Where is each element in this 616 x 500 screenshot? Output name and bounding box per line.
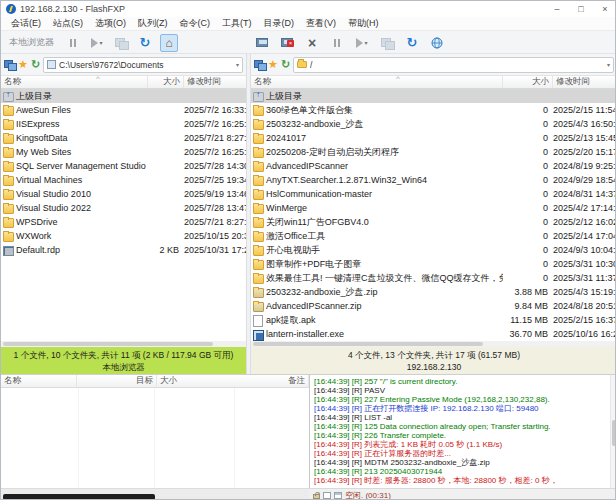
home-icon: ⌂ [165, 37, 172, 49]
queue-column[interactable]: 目标 [77, 375, 157, 387]
queue-body-empty[interactable] [1, 388, 309, 489]
file-row[interactable]: 20250208-定时自动启动关闭程序 0 2025/2/20 15:17: [251, 145, 616, 159]
menu-item[interactable]: 会话(E) [5, 17, 47, 30]
local-path-combobox[interactable]: C:\Users\97672\Documents ▾ [43, 57, 243, 73]
file-row[interactable]: AdvancedIPScanner 0 2024/8/19 9:25:0 [251, 159, 616, 173]
file-row[interactable]: WXWork 2025/10/15 20:30:38 [1, 229, 246, 243]
file-row[interactable]: 360绿色单文件版合集 0 2025/2/15 11:54: [251, 103, 616, 117]
file-date: 2025/7/28 13:47:18 [184, 203, 246, 213]
file-type-icon [251, 89, 264, 103]
log-vscrollbar[interactable] [610, 375, 616, 489]
column-name[interactable]: 名称 [251, 76, 503, 88]
transfer-button[interactable] [112, 34, 130, 52]
file-row[interactable]: Virtual Machines 2025/7/25 19:34:37 [1, 173, 246, 187]
file-row[interactable]: WinMerge 0 2025/4/2 17:14:0 [251, 201, 616, 215]
file-row[interactable]: HslCommunication-master 0 2024/8/31 14:3… [251, 187, 616, 201]
menu-item[interactable]: 查看(V) [300, 17, 342, 30]
refresh-local-button[interactable]: ↻ [136, 34, 154, 52]
file-row[interactable]: AnyTXT.Searcher.1.2.871.Win32_Win64 0 20… [251, 173, 616, 187]
remote-path-combobox[interactable]: / ▾ [293, 57, 614, 73]
local-path-bar: ★ ↻ C:\Users\97672\Documents ▾ [1, 54, 246, 75]
favorites-star-icon[interactable]: ★ [18, 59, 28, 70]
file-row[interactable]: 20241017 0 2025/2/13 15:45: [251, 131, 616, 145]
file-row[interactable]: 2503232-andboxie_沙盘 0 2025/4/3 16:50:0 [251, 117, 616, 131]
column-modified[interactable]: 修改时间 [184, 76, 246, 88]
menu-item[interactable]: 站点(S) [47, 17, 89, 30]
refresh-remote-button[interactable]: ↻ [403, 34, 421, 52]
queue-column[interactable]: 大小 [157, 375, 285, 387]
queue-column[interactable]: 名称 [1, 375, 77, 387]
file-row[interactable]: 开心电视助手 0 2024/9/3 10:04:0 [251, 243, 616, 257]
sites-icon[interactable] [254, 60, 265, 69]
connect-button[interactable] [253, 34, 271, 52]
file-type-icon [251, 201, 264, 215]
file-row[interactable]: 激活Office工具 0 2025/2/14 17:04: [251, 229, 616, 243]
file-row[interactable]: 关闭win11广告OFGBV4.0 0 2025/2/12 16:02: [251, 215, 616, 229]
site-globe-button[interactable] [428, 34, 446, 52]
file-row[interactable]: KingsoftData 2025/7/21 8:27:15 [1, 131, 246, 145]
file-row[interactable]: Visual Studio 2010 2025/9/19 13:46:33 [1, 187, 246, 201]
column-name[interactable]: 名称 [1, 76, 148, 88]
pause-transfer-button[interactable] [328, 34, 346, 52]
start-transfer-button[interactable]: ▾ [353, 34, 371, 52]
file-row[interactable]: My Web Sites 2025/7/2 16:25:58 [1, 145, 246, 159]
local-hscrollbar[interactable] [1, 341, 246, 347]
menu-item[interactable]: 目录(D) [258, 17, 301, 30]
file-row[interactable]: IISExpress 2025/7/2 16:25:58 [1, 117, 246, 131]
log-line: [16:44:39] [R] 列表完成: 1 KB 耗时 0.05 秒 (1.1… [314, 440, 609, 449]
menu-item[interactable]: 队列(Z) [132, 17, 174, 30]
file-date: 2025/7/28 14:30:31 [184, 161, 246, 171]
pause-queue-button[interactable] [64, 34, 82, 52]
file-row[interactable]: 效果最佳工具! 一键清理C盘垃圾文件、微信QQ缓存文件，免费好用，免安装版本 0… [251, 271, 616, 285]
go-up-icon[interactable]: ↻ [281, 59, 290, 70]
file-row[interactable]: 上级目录 [1, 89, 246, 103]
favorites-star-icon[interactable]: ★ [268, 59, 278, 70]
remote-hscrollbar[interactable] [251, 341, 616, 347]
menu-item[interactable]: 帮助(H) [342, 17, 385, 30]
file-name: 效果最佳工具! 一键清理C盘垃圾文件、微信QQ缓存文件，免费好用，免安装版本 [264, 272, 503, 285]
drives-icon[interactable] [4, 60, 15, 69]
scrollbar-thumb[interactable] [253, 342, 483, 346]
minimize-button[interactable]: – [545, 1, 569, 17]
file-row[interactable]: AdvancedIPScanner.zip 9.84 MB 2024/8/18 … [251, 299, 616, 313]
menu-item[interactable]: 工具(T) [216, 17, 258, 30]
menu-item[interactable]: 选项(O) [89, 17, 132, 30]
close-button[interactable]: × [593, 1, 616, 17]
start-queue-button[interactable]: ▾ [88, 34, 106, 52]
queue-hscrollbar[interactable] [1, 488, 309, 500]
go-up-icon[interactable]: ↻ [31, 59, 40, 70]
file-size: 0 [503, 161, 553, 171]
file-row[interactable]: lantern-installer.exe 36.70 MB 2025/10/1… [251, 327, 616, 341]
file-row[interactable]: Default.rdp 2 KB 2025/10/31 17:29:38 [1, 243, 246, 257]
disconnect-button[interactable]: × [278, 34, 296, 52]
panel-view-icon[interactable] [323, 492, 331, 499]
file-row[interactable]: Visual Studio 2022 2025/7/28 13:47:18 [1, 201, 246, 215]
maximize-button[interactable]: □ [569, 1, 593, 17]
file-name: 开心电视助手 [264, 244, 503, 257]
file-row[interactable]: 图章制作+PDF电子图章 0 2025/3/31 10:30: [251, 257, 616, 271]
scrollbar-thumb[interactable] [3, 494, 155, 500]
local-browser-selector[interactable]: 本地浏览器 [5, 36, 58, 49]
split-view-icon[interactable] [334, 492, 342, 499]
file-row[interactable]: apk提取.apk 11.15 MB 2025/2/15 16:37: [251, 313, 616, 327]
column-size[interactable]: 大小 [503, 76, 553, 88]
column-modified[interactable]: 修改时间 [553, 76, 616, 88]
file-row[interactable]: AweSun Files 2025/7/2 16:33:27 [1, 103, 246, 117]
log-panel[interactable]: [16:44:39] [R] 257 "/" is current direct… [309, 375, 616, 489]
transfer-mode-button[interactable] [378, 34, 396, 52]
column-size[interactable]: 大小 [148, 76, 184, 88]
file-row[interactable]: WPSDrive 2025/7/21 8:27:38 [1, 215, 246, 229]
scrollbar-thumb[interactable] [612, 420, 616, 446]
file-type-icon [1, 243, 14, 257]
menu-item[interactable]: 命令(C) [174, 17, 217, 30]
home-folder-button[interactable]: ⌂ [160, 34, 178, 52]
file-row[interactable]: 2503232-andboxie_沙盘.zip 3.88 MB 2025/4/3… [251, 285, 616, 299]
file-row[interactable]: SQL Server Management Studio 2025/7/28 1… [1, 159, 246, 173]
abort-button[interactable]: × [303, 34, 321, 52]
file-name: AdvancedIPScanner.zip [264, 301, 503, 311]
queue-column[interactable]: 备注 [285, 375, 309, 387]
file-row[interactable]: 上级目录 [251, 89, 616, 103]
file-name: 2503232-andboxie_沙盘.zip [264, 286, 503, 299]
scrollbar-thumb[interactable] [3, 342, 213, 346]
file-name: My Web Sites [14, 147, 148, 157]
